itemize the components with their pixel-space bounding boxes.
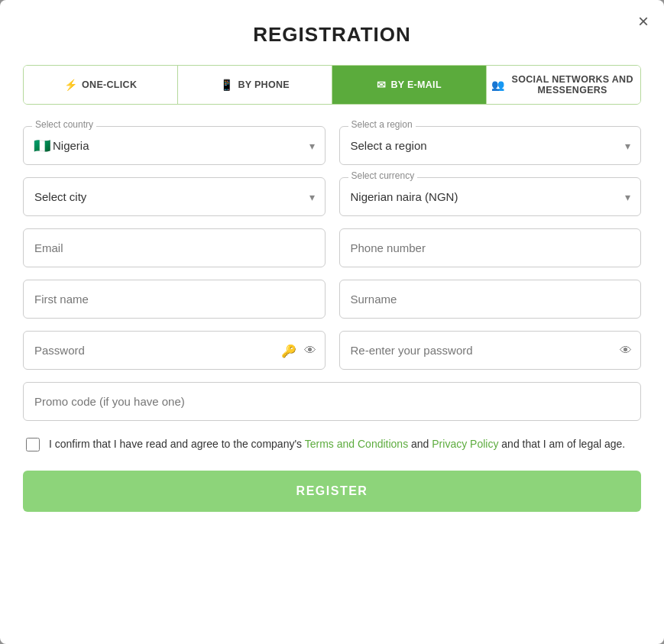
region-select-wrapper: Select a region ▾	[339, 126, 642, 165]
repassword-input[interactable]	[339, 331, 642, 370]
city-select[interactable]: Select city	[23, 177, 326, 216]
password-icons: 🔑 👁	[281, 343, 316, 358]
row-passwords: 🔑 👁 👁	[23, 331, 641, 370]
password-input-wrapper: 🔑 👁	[23, 331, 326, 370]
email-icon: ✉	[377, 79, 386, 91]
country-group: Select country 🇳🇬 Nigeria ▾	[23, 126, 326, 165]
tab-by-email-label: BY E-MAIL	[390, 79, 441, 90]
firstname-input[interactable]	[23, 280, 326, 319]
privacy-link[interactable]: Privacy Policy	[432, 438, 498, 450]
promo-input[interactable]	[23, 382, 641, 421]
phone-input[interactable]	[339, 228, 642, 267]
terms-text-before: I confirm that I have read and agree to …	[49, 438, 305, 450]
row-city-currency: Select city ▾ Select currency Nigerian n…	[23, 177, 641, 216]
country-select[interactable]: Nigeria	[23, 126, 326, 165]
row-promo	[23, 382, 641, 421]
phone-group	[339, 228, 642, 267]
registration-modal: × REGISTRATION ⚡ ONE-CLICK 📱 BY PHONE ✉ …	[0, 0, 664, 644]
tab-one-click[interactable]: ⚡ ONE-CLICK	[24, 66, 178, 104]
row-email-phone	[23, 228, 641, 267]
email-group	[23, 228, 326, 267]
modal-overlay: × REGISTRATION ⚡ ONE-CLICK 📱 BY PHONE ✉ …	[0, 0, 664, 644]
repassword-icons: 👁	[620, 344, 632, 358]
tab-one-click-label: ONE-CLICK	[82, 79, 137, 90]
phone-icon: 📱	[220, 79, 233, 91]
row-country-region: Select country 🇳🇬 Nigeria ▾ Select a reg…	[23, 126, 641, 165]
lightning-icon: ⚡	[64, 79, 77, 91]
currency-select-wrapper: Nigerian naira (NGN) ▾	[339, 177, 642, 216]
firstname-group	[23, 280, 326, 319]
city-select-wrapper: Select city ▾	[23, 177, 326, 216]
social-icon: 👥	[491, 79, 504, 91]
region-label: Select a region	[348, 119, 416, 130]
terms-link[interactable]: Terms and Conditions	[305, 438, 408, 450]
surname-group	[339, 280, 642, 319]
key-icon: 🔑	[281, 343, 296, 358]
currency-select[interactable]: Nigerian naira (NGN)	[339, 177, 642, 216]
tab-bar: ⚡ ONE-CLICK 📱 BY PHONE ✉ BY E-MAIL 👥 SOC…	[23, 65, 641, 105]
password-input[interactable]	[23, 331, 326, 370]
tab-social[interactable]: 👥 SOCIAL NETWORKS AND MESSENGERS	[487, 66, 640, 104]
row-name-surname	[23, 280, 641, 319]
currency-group: Select currency Nigerian naira (NGN) ▾	[339, 177, 642, 216]
modal-title: REGISTRATION	[23, 23, 641, 47]
register-button[interactable]: REGISTER	[23, 471, 641, 512]
tab-social-label: SOCIAL NETWORKS AND MESSENGERS	[509, 74, 636, 95]
country-label: Select country	[32, 119, 96, 130]
close-button[interactable]: ×	[638, 12, 649, 31]
city-group: Select city ▾	[23, 177, 326, 216]
surname-input[interactable]	[339, 280, 642, 319]
password-group: 🔑 👁	[23, 331, 326, 370]
tab-by-phone[interactable]: 📱 BY PHONE	[178, 66, 332, 104]
country-select-wrapper: 🇳🇬 Nigeria ▾	[23, 126, 326, 165]
terms-text-middle: and	[408, 438, 432, 450]
region-group: Select a region Select a region ▾	[339, 126, 642, 165]
currency-label: Select currency	[348, 170, 418, 181]
tab-by-phone-label: BY PHONE	[238, 79, 289, 90]
tab-by-email[interactable]: ✉ BY E-MAIL	[332, 66, 487, 104]
terms-checkbox[interactable]	[26, 438, 40, 451]
repassword-input-wrapper: 👁	[339, 331, 642, 370]
promo-group	[23, 382, 641, 421]
email-input[interactable]	[23, 228, 326, 267]
terms-text: I confirm that I have read and agree to …	[49, 436, 625, 452]
terms-checkbox-row: I confirm that I have read and agree to …	[23, 436, 641, 452]
region-select[interactable]: Select a region	[339, 126, 642, 165]
password-visibility-toggle[interactable]: 👁	[304, 344, 316, 358]
repassword-group: 👁	[339, 331, 642, 370]
repassword-visibility-toggle[interactable]: 👁	[620, 344, 632, 358]
terms-text-after: and that I am of legal age.	[498, 438, 625, 450]
